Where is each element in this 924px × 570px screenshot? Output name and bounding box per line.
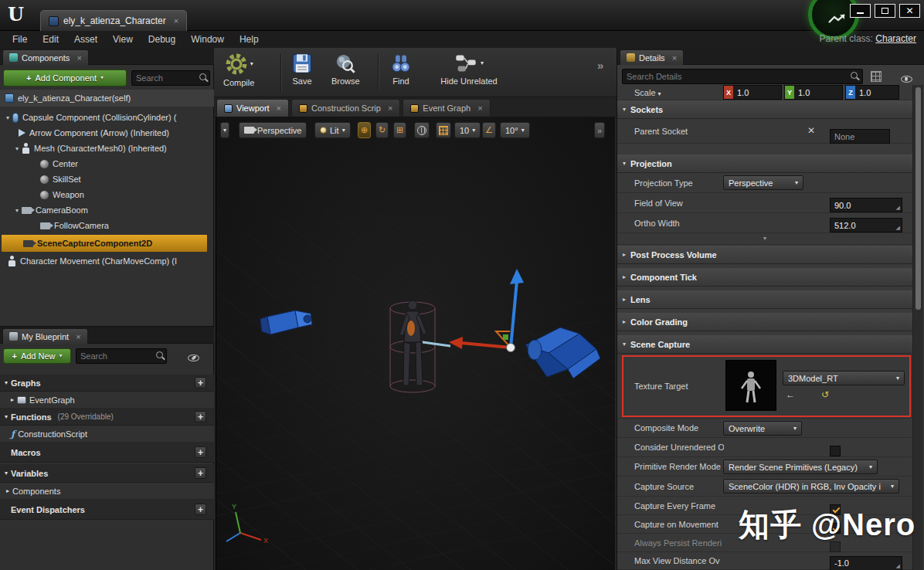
add-new-button[interactable]: + Add New ▾ [3, 348, 71, 364]
tab-event-graph[interactable]: Event Graph × [403, 99, 490, 117]
expander-icon[interactable]: ▸ [11, 397, 14, 403]
scale-tool-button[interactable]: ⊞ [393, 122, 406, 138]
parent-class-value[interactable]: Character [875, 33, 916, 44]
details-tab-close-icon[interactable]: × [672, 53, 677, 63]
eventgraph-item[interactable]: ▸ EventGraph [0, 392, 214, 409]
menu-view[interactable]: View [105, 32, 141, 46]
tree-item-scenecapturecomponent2d[interactable]: SceneCaptureComponent2D [2, 235, 207, 252]
menu-help[interactable]: Help [232, 32, 267, 46]
consider-unrendered-checkbox[interactable] [830, 446, 841, 456]
tab-construction-script[interactable]: Construction Scrip × [291, 99, 400, 117]
menu-debug[interactable]: Debug [141, 32, 183, 46]
capture-source-dropdown[interactable]: SceneColor (HDR) in RGB, Inv Opacity i ▾ [723, 479, 899, 494]
viewport-overflow-button[interactable]: » [594, 122, 605, 138]
add-variable-button[interactable]: + [195, 467, 206, 479]
sockets-section-header[interactable]: ▾ Sockets [617, 100, 912, 119]
components-category-item[interactable]: ▸ Components [0, 483, 214, 500]
grid-snap-value-button[interactable]: 10 ▾ [454, 122, 481, 138]
expander-icon[interactable]: ▾ [5, 470, 8, 477]
menu-file[interactable]: File [5, 32, 35, 46]
details-scrollbar-thumb[interactable] [915, 87, 922, 310]
add-component-button[interactable]: + Add Component ▾ [3, 70, 127, 87]
drag-spinner-icon[interactable]: ◢ [896, 205, 900, 210]
menu-window[interactable]: Window [183, 32, 232, 46]
details-search-input[interactable] [622, 69, 863, 84]
translate-tool-button[interactable]: ⊕ [358, 122, 371, 138]
add-function-button[interactable]: + [195, 411, 206, 422]
scale-z-field[interactable]: Z 1.0 [845, 85, 899, 100]
projection-section-header[interactable]: ▾ Projection [617, 154, 912, 173]
primitive-render-mode-dropdown[interactable]: Render Scene Primitives (Legacy) ▾ [723, 460, 878, 474]
details-tab[interactable]: Details × [620, 49, 684, 65]
tab-close-icon[interactable]: × [174, 16, 178, 25]
viewport-options-button[interactable]: ▾ [220, 122, 229, 138]
viewport-3d-scene[interactable]: X Y [216, 117, 615, 570]
tree-item-skillset[interactable]: SkillSet [0, 171, 214, 187]
tree-item-self[interactable]: ely_k_atienza_Character(self) [0, 90, 214, 107]
constructionscript-item[interactable]: ƒ ConstructionScript [0, 426, 214, 443]
scale-y-field[interactable]: Y 1.0 [784, 85, 843, 100]
document-tab[interactable]: ely_k_atienza_Character × [40, 10, 187, 31]
chevron-down-icon[interactable]: ▾ [193, 355, 196, 361]
tree-item-center[interactable]: Center [0, 156, 214, 171]
expander-icon[interactable]: ▾ [5, 380, 8, 386]
advanced-expander[interactable]: ▾ [617, 233, 912, 245]
character-mesh[interactable] [390, 300, 450, 392]
scene-capture-header[interactable]: ▾ Scene Capture [617, 335, 912, 354]
details-scrollbar[interactable] [912, 85, 923, 570]
my-blueprint-tab[interactable]: My Blueprint × [2, 328, 88, 344]
save-button[interactable]: Save [291, 53, 313, 86]
parent-socket-field[interactable]: None [830, 129, 890, 144]
lens-header[interactable]: ▸ Lens [617, 290, 912, 309]
components-tab[interactable]: Components × [2, 49, 89, 65]
browse-button[interactable]: Browse [331, 53, 360, 86]
lit-mode-button[interactable]: Lit ▾ [314, 122, 351, 138]
tree-item-cameraboom[interactable]: ▾ CameraBoom [0, 202, 214, 218]
drag-spinner-icon[interactable]: ◢ [896, 563, 900, 568]
expander-icon[interactable]: ▾ [5, 414, 8, 420]
clear-socket-icon[interactable]: ✕ [807, 126, 815, 135]
property-matrix-icon[interactable] [871, 71, 882, 82]
max-view-distance-field[interactable]: -1.0 ◢ [830, 556, 902, 570]
add-dispatcher-button[interactable]: + [195, 504, 206, 515]
field-of-view-field[interactable]: 90.0 ◢ [830, 198, 902, 212]
components-tab-close-icon[interactable]: × [76, 53, 81, 63]
tab-viewport[interactable]: Viewport × [216, 99, 289, 117]
menu-asset[interactable]: Asset [66, 32, 105, 46]
variables-section-header[interactable]: ▾ Variables + [0, 464, 214, 483]
find-button[interactable]: Find [390, 53, 412, 86]
macros-section-header[interactable]: Macros + [0, 443, 214, 463]
perspective-button[interactable]: Perspective [239, 122, 307, 138]
my-blueprint-tab-close-icon[interactable]: × [76, 332, 80, 341]
composite-mode-dropdown[interactable]: Overwrite ▾ [723, 421, 802, 436]
chevron-down-icon[interactable]: ▾ [481, 60, 484, 66]
my-blueprint-search-input[interactable] [76, 348, 167, 364]
graphs-section-header[interactable]: ▾ Graphs + [0, 375, 214, 392]
event-dispatchers-section-header[interactable]: Event Dispatchers + [0, 500, 214, 520]
expander-icon[interactable]: ▸ [6, 488, 9, 494]
camera-mesh[interactable] [260, 310, 312, 334]
post-process-volume-header[interactable]: ▸ Post Process Volume [617, 246, 912, 264]
tree-item-weapon[interactable]: Weapon [0, 187, 214, 202]
color-grading-header[interactable]: ▸ Color Grading [617, 313, 912, 331]
chevron-down-icon[interactable]: ▾ [658, 90, 661, 97]
expander-icon[interactable]: ▾ [12, 145, 22, 152]
rotation-snap-toggle-button[interactable]: ∠ [482, 122, 496, 138]
components-search-input[interactable] [131, 70, 210, 86]
tab-close-icon[interactable]: × [477, 103, 482, 113]
rotate-tool-button[interactable]: ↻ [375, 122, 389, 138]
close-button[interactable]: ✕ [899, 4, 920, 18]
scene-capture-mesh[interactable] [525, 327, 600, 378]
projection-type-dropdown[interactable]: Perspective ▾ [723, 175, 803, 190]
drag-spinner-icon[interactable]: ◢ [896, 225, 900, 230]
toolbar-overflow-chevrons[interactable]: » [597, 59, 603, 72]
grid-snap-toggle-button[interactable] [436, 122, 451, 138]
compile-button[interactable]: ▾ Compile [223, 53, 254, 87]
expander-icon[interactable]: ▾ [12, 207, 22, 214]
minimize-button[interactable] [850, 4, 871, 18]
tree-item-character-movement[interactable]: Character Movement (CharMoveComp) (I [0, 253, 214, 269]
ortho-width-field[interactable]: 512.0 ◢ [830, 218, 902, 232]
tree-item-arrow-component[interactable]: Arrow Component (Arrow) (Inherited) [0, 125, 214, 141]
chevron-down-icon[interactable]: ▾ [250, 61, 253, 67]
viewport-3d[interactable]: X Y ▾ Perspective Lit ▾ ⊕ ↻ ⊞ [216, 117, 615, 570]
